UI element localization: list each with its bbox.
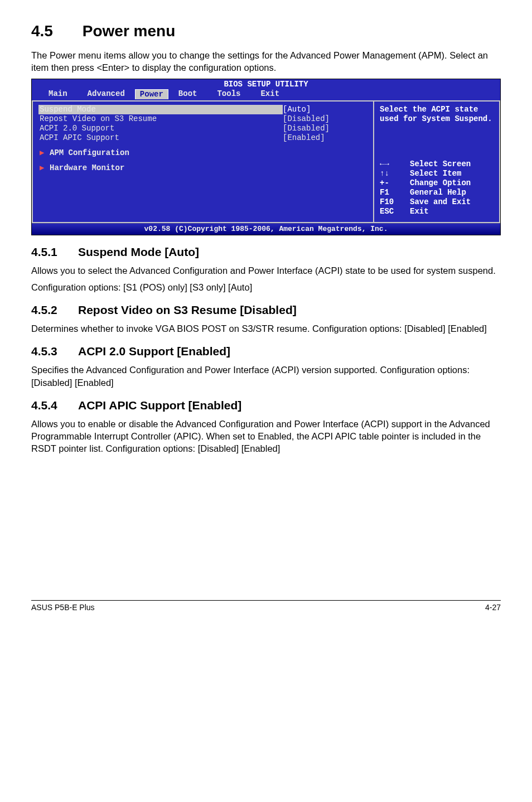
- subsection-title: ACPI 2.0 Support [Enabled]: [78, 345, 230, 357]
- nav-desc: General Help: [410, 188, 466, 197]
- nav-key: ←→: [380, 160, 410, 169]
- nav-row: ←→Select Screen: [380, 160, 495, 169]
- subsection-heading: 4.5.2Repost Video on S3 Resume [Disabled…: [31, 303, 501, 317]
- subsection-number: 4.5.2: [31, 303, 78, 317]
- nav-row: +-Change Option: [380, 178, 495, 188]
- bios-submenu-label: APM Configuration: [50, 148, 129, 157]
- subsection-number: 4.5.3: [31, 345, 78, 358]
- intro-paragraph: The Power menu items allow you to change…: [31, 49, 501, 74]
- subsection-title: ACPI APIC Support [Enabled]: [78, 399, 241, 412]
- nav-desc: Select Screen: [410, 160, 471, 169]
- subsection-heading: 4.5.3ACPI 2.0 Support [Enabled]: [31, 345, 501, 358]
- nav-key: ESC: [380, 207, 410, 216]
- nav-row: ↑↓Select Item: [380, 169, 495, 178]
- bios-right-pane: Select the ACPI state used for System Su…: [373, 100, 500, 223]
- bios-tab-advanced[interactable]: Advanced: [78, 89, 135, 99]
- bios-footer: v02.58 (C)Copyright 1985-2006, American …: [32, 223, 500, 235]
- nav-row: F10Save and Exit: [380, 197, 495, 207]
- bios-tabs: Main Advanced Power Boot Tools Exit: [32, 89, 500, 100]
- bios-tab-boot[interactable]: Boot: [168, 89, 207, 99]
- footer-left: ASUS P5B-E Plus: [31, 603, 95, 612]
- footer-right: 4-27: [485, 603, 501, 612]
- bios-item-acpi-20[interactable]: ACPI 2.0 Support [Disabled]: [40, 124, 366, 133]
- bios-item-value: [Disabled]: [283, 124, 366, 133]
- bios-submenu-label: Hardware Monitor: [50, 163, 124, 172]
- triangle-icon: ▶: [40, 163, 50, 173]
- section-heading: 4.5 Power menu: [31, 22, 501, 40]
- bios-nav-hints: ←→Select Screen ↑↓Select Item +-Change O…: [380, 160, 495, 216]
- body-paragraph: Determines whether to invoke VGA BIOS PO…: [31, 322, 501, 335]
- nav-key: F10: [380, 197, 410, 207]
- nav-desc: Exit: [410, 207, 429, 216]
- bios-item-value: [Disabled]: [283, 114, 366, 124]
- section-number: 4.5: [31, 22, 78, 40]
- subsection-title: Repost Video on S3 Resume [Disabled]: [78, 303, 297, 316]
- bios-item-suspend-mode[interactable]: Suspend Mode [Auto]: [40, 105, 366, 114]
- bios-tab-exit[interactable]: Exit: [250, 89, 289, 99]
- bios-tab-power[interactable]: Power: [135, 89, 168, 99]
- bios-screenshot: BIOS SETUP UTILITY Main Advanced Power B…: [31, 79, 501, 235]
- bios-item-label: Suspend Mode: [38, 105, 283, 114]
- nav-row: F1General Help: [380, 188, 495, 197]
- section-title: Power menu: [83, 22, 175, 40]
- bios-item-label: ACPI APIC Support: [40, 133, 283, 143]
- nav-key: ↑↓: [380, 169, 410, 178]
- subsection-title: Suspend Mode [Auto]: [78, 245, 199, 258]
- subsection-number: 4.5.4: [31, 399, 78, 412]
- nav-key: F1: [380, 188, 410, 197]
- body-paragraph: Specifies the Advanced Configuration and…: [31, 364, 501, 389]
- nav-row: ESCExit: [380, 207, 495, 216]
- body-paragraph: Allows you to select the Advanced Config…: [31, 264, 501, 277]
- nav-desc: Save and Exit: [410, 197, 471, 207]
- body-paragraph: Allows you to enable or disable the Adva…: [31, 418, 501, 455]
- nav-desc: Change Option: [410, 178, 471, 188]
- bios-item-value: [Auto]: [283, 105, 366, 114]
- triangle-icon: ▶: [40, 148, 50, 158]
- bios-submenu-apm[interactable]: ▶APM Configuration: [40, 148, 366, 158]
- bios-help-text: Select the ACPI state used for System Su…: [380, 105, 495, 124]
- bios-title: BIOS SETUP UTILITY: [32, 79, 500, 89]
- bios-item-repost-video[interactable]: Repost Video on S3 Resume [Disabled]: [40, 114, 366, 124]
- bios-item-value: [Enabled]: [283, 133, 366, 143]
- bios-tab-main[interactable]: Main: [38, 89, 78, 99]
- page-footer: ASUS P5B-E Plus 4-27: [31, 600, 501, 612]
- subsection-heading: 4.5.1Suspend Mode [Auto]: [31, 245, 501, 259]
- subsection-number: 4.5.1: [31, 245, 78, 259]
- bios-item-label: Repost Video on S3 Resume: [40, 114, 283, 124]
- body-paragraph: Configuration options: [S1 (POS) only] […: [31, 281, 501, 293]
- nav-desc: Select Item: [410, 169, 461, 178]
- nav-key: +-: [380, 178, 410, 188]
- bios-item-label: ACPI 2.0 Support: [40, 124, 283, 133]
- bios-item-acpi-apic[interactable]: ACPI APIC Support [Enabled]: [40, 133, 366, 143]
- subsection-heading: 4.5.4ACPI APIC Support [Enabled]: [31, 399, 501, 412]
- bios-left-pane: Suspend Mode [Auto] Repost Video on S3 R…: [32, 100, 373, 223]
- bios-tab-tools[interactable]: Tools: [207, 89, 250, 99]
- bios-submenu-hwmon[interactable]: ▶Hardware Monitor: [40, 163, 366, 173]
